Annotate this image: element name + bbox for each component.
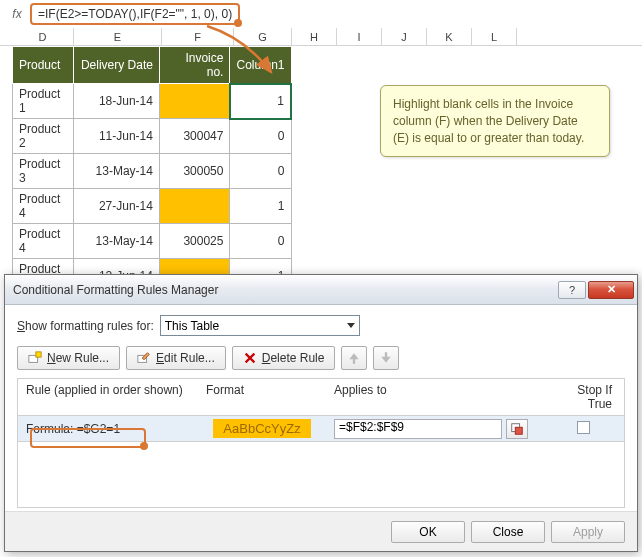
col-header-k[interactable]: K: [427, 28, 472, 45]
scope-value: This Table: [165, 319, 219, 333]
cell-product[interactable]: Product 1: [13, 84, 74, 119]
col-stop: Stop If True: [542, 379, 624, 415]
cell-invoice[interactable]: [159, 84, 230, 119]
range-picker-button[interactable]: [506, 419, 528, 439]
cell-column1[interactable]: 1: [230, 84, 291, 119]
col-format: Format: [198, 379, 326, 415]
edit-rule-button[interactable]: Edit Rule...: [126, 346, 226, 370]
cell-invoice[interactable]: 300025: [159, 224, 230, 259]
svg-rect-4: [515, 427, 522, 434]
col-applies: Applies to: [326, 379, 542, 415]
col-header-e[interactable]: E: [74, 28, 162, 45]
table-row[interactable]: Product 313-May-143000500: [13, 154, 292, 189]
col-rule: Rule (applied in order shown): [18, 379, 198, 415]
cell-column1[interactable]: 1: [230, 189, 291, 224]
rule-format-preview: AaBbCcYyZz: [198, 419, 326, 438]
close-icon[interactable]: ✕: [588, 281, 634, 299]
instruction-callout: Highlight blank cells in the Invoice col…: [380, 85, 610, 157]
dialog-title: Conditional Formatting Rules Manager: [13, 283, 557, 297]
col-header-l[interactable]: L: [472, 28, 517, 45]
cell-delivery[interactable]: 18-Jun-14: [74, 84, 160, 119]
th-col1[interactable]: Column1: [230, 47, 291, 84]
move-down-button[interactable]: [373, 346, 399, 370]
range-picker-icon: [510, 422, 524, 436]
svg-rect-1: [36, 352, 41, 357]
cell-column1[interactable]: 0: [230, 154, 291, 189]
column-headers: D E F G H I J K L: [0, 28, 642, 46]
show-rules-label: Show formatting rules for:: [17, 319, 154, 333]
cell-product[interactable]: Product 4: [13, 189, 74, 224]
cell-column1[interactable]: 0: [230, 224, 291, 259]
move-up-button[interactable]: [341, 346, 367, 370]
rule-row[interactable]: Formula: =$G2=1 AaBbCcYyZz =$F$2:$F$9: [18, 416, 624, 442]
applies-to-input[interactable]: =$F$2:$F$9: [334, 419, 502, 439]
table-row[interactable]: Product 211-Jun-143000470: [13, 119, 292, 154]
dialog-footer: OK Close Apply: [5, 511, 637, 551]
col-header-g[interactable]: G: [234, 28, 292, 45]
close-button[interactable]: Close: [471, 521, 545, 543]
chevron-down-icon: [347, 323, 355, 328]
dialog-titlebar[interactable]: Conditional Formatting Rules Manager ? ✕: [5, 275, 637, 305]
apply-button[interactable]: Apply: [551, 521, 625, 543]
cell-delivery[interactable]: 27-Jun-14: [74, 189, 160, 224]
new-rule-icon: [28, 351, 42, 365]
cell-invoice[interactable]: 300047: [159, 119, 230, 154]
col-header-i[interactable]: I: [337, 28, 382, 45]
edit-rule-icon: [137, 351, 151, 365]
rules-manager-dialog: Conditional Formatting Rules Manager ? ✕…: [4, 274, 638, 552]
table-row[interactable]: Product 413-May-143000250: [13, 224, 292, 259]
cell-product[interactable]: Product 4: [13, 224, 74, 259]
delete-rule-icon: [243, 351, 257, 365]
cell-delivery[interactable]: 13-May-14: [74, 224, 160, 259]
fx-label: fx: [4, 7, 30, 21]
arrow-down-icon: [379, 351, 393, 365]
formula-bar[interactable]: =IF(E2>=TODAY(),IF(F2="", 1, 0), 0): [30, 3, 240, 25]
rule-list[interactable]: Formula: =$G2=1 AaBbCcYyZz =$F$2:$F$9: [17, 416, 625, 508]
new-rule-button[interactable]: New Rule...: [17, 346, 120, 370]
cell-invoice[interactable]: 300050: [159, 154, 230, 189]
cell-column1[interactable]: 0: [230, 119, 291, 154]
cell-delivery[interactable]: 13-May-14: [74, 154, 160, 189]
table-row[interactable]: Product 427-Jun-141: [13, 189, 292, 224]
delete-rule-button[interactable]: Delete Rule: [232, 346, 336, 370]
stop-if-true-checkbox[interactable]: [577, 421, 590, 434]
th-product[interactable]: Product: [13, 47, 74, 84]
col-header-h[interactable]: H: [292, 28, 337, 45]
cell-product[interactable]: Product 3: [13, 154, 74, 189]
scope-select[interactable]: This Table: [160, 315, 360, 336]
arrow-up-icon: [347, 351, 361, 365]
th-invoice[interactable]: Invoice no.: [159, 47, 230, 84]
rule-text: Formula: =$G2=1: [18, 422, 198, 436]
col-header-f[interactable]: F: [162, 28, 234, 45]
rule-list-header: Rule (applied in order shown) Format App…: [17, 378, 625, 416]
table-row[interactable]: Product 118-Jun-141: [13, 84, 292, 119]
th-delivery[interactable]: Delivery Date: [74, 47, 160, 84]
cell-delivery[interactable]: 11-Jun-14: [74, 119, 160, 154]
ok-button[interactable]: OK: [391, 521, 465, 543]
cell-invoice[interactable]: [159, 189, 230, 224]
col-header-j[interactable]: J: [382, 28, 427, 45]
col-header-d[interactable]: D: [12, 28, 74, 45]
cell-product[interactable]: Product 2: [13, 119, 74, 154]
help-button[interactable]: ?: [558, 281, 586, 299]
